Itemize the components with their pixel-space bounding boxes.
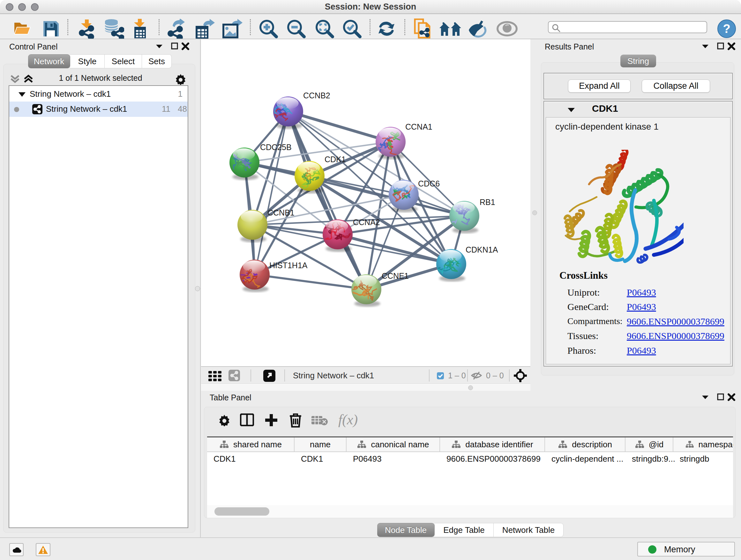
svg-text:CDK1: CDK1 [325, 155, 346, 164]
svg-text:CCNE1: CCNE1 [382, 271, 409, 280]
svg-text:CDC6: CDC6 [418, 179, 440, 188]
svg-text:HIST1H1A: HIST1H1A [269, 261, 308, 270]
svg-text:CCNB2: CCNB2 [303, 91, 330, 100]
svg-text:CCNA2: CCNA2 [353, 218, 380, 227]
svg-text:RB1: RB1 [480, 198, 495, 206]
svg-text:CCNB1: CCNB1 [267, 208, 294, 217]
svg-text:CDKN1A: CDKN1A [466, 245, 498, 254]
svg-text:CCNA1: CCNA1 [405, 122, 432, 131]
svg-text:CDC25B: CDC25B [260, 143, 292, 152]
svg-text:?: ? [723, 22, 730, 36]
